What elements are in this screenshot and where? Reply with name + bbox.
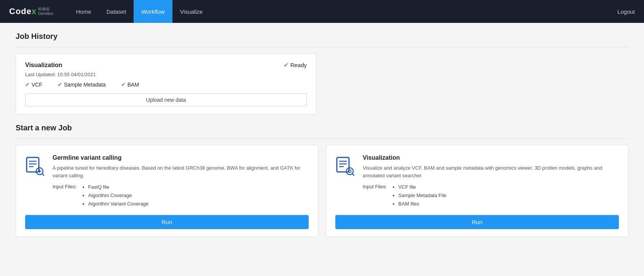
germline-run-button[interactable]: Run xyxy=(25,215,309,229)
data-item-vcf: ✔ VCF xyxy=(25,81,42,88)
page-content: Job History Visualization ✔ Ready Last U… xyxy=(8,23,636,246)
job-data-items: ✔ VCF ✔ Sample Metadata ✔ BAM xyxy=(25,81,307,88)
visualization-icon xyxy=(335,156,355,176)
germline-file-3: Algorithm Variant Coverage xyxy=(88,200,149,208)
logo-highlight: x xyxy=(32,6,37,16)
logo-subtitle: 科德庙Genetics xyxy=(38,7,53,16)
germline-icon xyxy=(25,156,45,176)
data-item-sample-metadata: ✔ Sample Metadata xyxy=(57,81,106,88)
visualization-file-1: VCF file xyxy=(399,183,446,191)
germline-input-files: Input Files: FastQ file Algorithm Covera… xyxy=(53,183,309,208)
job-cards-grid: Germline variant calling A pipeline tune… xyxy=(16,145,628,237)
job-history-title: Job History xyxy=(16,32,628,41)
visualization-name: Visualization xyxy=(363,154,619,161)
status-badge: ✔ Ready xyxy=(284,61,307,69)
job-history-card: Visualization ✔ Ready Last Updated: 15:5… xyxy=(16,53,316,114)
job-card-updated: Last Updated: 15:55 04/01/2021 xyxy=(25,72,307,77)
bam-label: BAM xyxy=(128,82,139,88)
visualization-card-inner: Visualization Visualize and analyze VCF,… xyxy=(335,154,619,208)
visualization-run-button[interactable]: Run xyxy=(335,215,619,229)
upload-new-data-button[interactable]: Upload new data xyxy=(25,93,307,106)
visualization-file-list: VCF file Sample Metadata File BAM files xyxy=(392,183,446,208)
germline-input-label: Input Files: xyxy=(53,183,77,189)
nav-links: Home Dataset Workflow Visualize xyxy=(69,0,617,23)
svg-rect-0 xyxy=(27,157,39,172)
germline-desc: A pipeline tuned for hereditary diseases… xyxy=(53,164,309,179)
status-check-icon: ✔ xyxy=(284,61,289,69)
visualization-job-card: Visualization Visualize and analyze VCF,… xyxy=(326,145,628,237)
visualization-info: Visualization Visualize and analyze VCF,… xyxy=(363,154,619,208)
germline-file-list: FastQ file Algorithm Coverage Algorithm … xyxy=(81,183,149,208)
nav-home[interactable]: Home xyxy=(69,0,99,23)
germline-info: Germline variant calling A pipeline tune… xyxy=(53,154,309,208)
logo-text: Codex xyxy=(9,6,37,16)
visualization-file-2: Sample Metadata File xyxy=(399,191,446,200)
divider-1 xyxy=(16,47,628,47)
visualization-input-label: Input Files: xyxy=(363,183,387,189)
job-card-title: Visualization xyxy=(25,62,62,69)
brand-logo: Codex 科德庙Genetics xyxy=(9,6,53,16)
vcf-label: VCF xyxy=(32,82,42,88)
svg-line-14 xyxy=(352,174,354,176)
bam-check-icon: ✔ xyxy=(121,81,126,88)
sample-metadata-label: Sample Metadata xyxy=(64,82,106,88)
status-text: Ready xyxy=(290,62,307,68)
new-job-title: Start a new Job xyxy=(16,124,628,132)
divider-2 xyxy=(16,138,628,139)
job-card-header: Visualization ✔ Ready xyxy=(25,61,307,69)
vcf-check-icon: ✔ xyxy=(25,81,30,88)
germline-card-inner: Germline variant calling A pipeline tune… xyxy=(25,154,309,208)
data-item-bam: ✔ BAM xyxy=(121,81,139,88)
sample-check-icon: ✔ xyxy=(57,81,62,88)
germline-file-1: FastQ file xyxy=(88,183,149,191)
svg-rect-8 xyxy=(337,157,349,172)
visualization-input-files: Input Files: VCF file Sample Metadata Fi… xyxy=(363,183,619,208)
svg-line-5 xyxy=(42,174,44,176)
navbar: Codex 科德庙Genetics Home Dataset Workflow … xyxy=(0,0,644,23)
visualization-desc: Visualize and analyze VCF, BAM and sampl… xyxy=(363,164,619,179)
nav-visualize[interactable]: Visualize xyxy=(172,0,210,23)
visualization-file-3: BAM files xyxy=(399,200,446,208)
logout-button[interactable]: Logout xyxy=(617,8,635,15)
germline-job-card: Germline variant calling A pipeline tune… xyxy=(16,145,318,237)
nav-workflow[interactable]: Workflow xyxy=(134,0,172,23)
new-job-section: Start a new Job xyxy=(16,124,628,237)
germline-name: Germline variant calling xyxy=(53,154,309,161)
germline-file-2: Algorithm Coverage xyxy=(88,191,149,200)
nav-dataset[interactable]: Dataset xyxy=(99,0,134,23)
